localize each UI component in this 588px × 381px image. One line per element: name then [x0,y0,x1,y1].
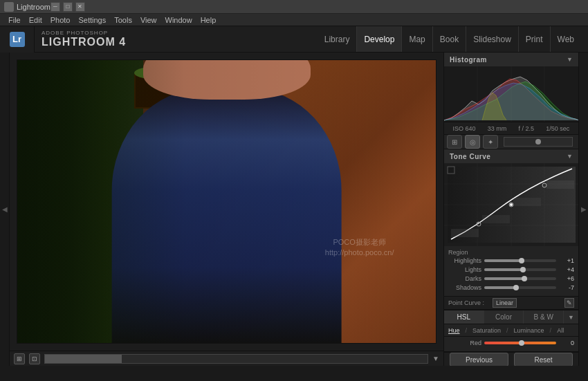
spot-removal-tool[interactable]: ◎ [465,135,480,149]
window-title: Lightroom [17,3,50,11]
left-panel-arrow[interactable]: ◀ [2,205,8,213]
histogram-collapse-icon: ▼ [567,56,573,63]
right-panel-arrow[interactable]: ▶ [581,205,587,213]
darks-label: Darks [448,275,481,282]
histogram-canvas [444,66,578,122]
shadows-dot[interactable] [513,285,519,290]
menu-view[interactable]: View [136,14,161,26]
darks-dot[interactable] [522,276,527,281]
collapse-bottom-arrow[interactable]: ▼ [432,355,439,362]
highlights-dot[interactable] [519,258,524,263]
point-curve-row: Point Curve : Linear ✎ [444,296,578,310]
highlights-row: Highlights +1 [448,257,574,264]
hsl-tab-color[interactable]: Color [484,310,524,324]
region-section: Region Highlights +1 Lights [444,246,578,296]
tone-curve-title: Tone Curve [450,153,490,160]
sec-info: 1/50 sec [546,125,569,132]
darks-fill [484,277,524,280]
hsl-tab-hsl[interactable]: HSL [444,310,484,324]
highlights-value: +1 [559,257,574,264]
bottom-buttons-bar: Previous Reset [444,352,578,366]
photo-overlay [17,60,436,343]
lights-dot[interactable] [520,267,526,272]
hsl-tab-bar: HSL Color B & W ▼ [444,310,578,324]
minimize-button[interactable]: ─ [50,2,60,12]
histogram-title: Histogram [450,56,487,64]
app-header: Lr ADOBE PHOTOSHOP LIGHTROOM 4 Library D… [0,26,588,53]
hsl-subtab-saturation[interactable]: Saturation [472,327,501,334]
menu-window[interactable]: Window [161,14,196,26]
tool-slider[interactable] [504,137,573,147]
crop-tool[interactable]: ⊞ [447,135,462,149]
menu-file[interactable]: File [4,14,25,26]
histogram-section: Histogram ▼ [444,53,578,135]
hsl-subtab-all[interactable]: All [557,327,564,334]
right-panel-strip[interactable]: ▶ [578,53,588,366]
main-area: ◀ [0,53,588,366]
photo-background [17,60,436,343]
lr-logo-area: Lr [0,26,35,53]
lights-track[interactable] [484,268,556,271]
main-nav: Library Develop Map Book Slideshow Print… [318,26,588,52]
filmstrip-grid-btn[interactable]: ⊞ [14,353,25,364]
hsl-sub-tab-bar: Hue / Saturation / Luminance / All [444,324,578,337]
right-panel: Histogram ▼ [443,53,578,366]
nav-web[interactable]: Web [550,26,581,52]
app-icon [4,2,14,12]
shadows-track[interactable] [484,286,556,289]
photo-area: POCO摄影老师 http://photo.poco.cn/ ⊞ ⊡ ▼ [10,53,443,366]
close-button[interactable]: ✕ [75,2,85,12]
hsl-tab-bw[interactable]: B & W [524,310,564,324]
menu-edit[interactable]: Edit [25,14,46,26]
maximize-button[interactable]: □ [63,2,73,12]
reset-button[interactable]: Reset [514,353,573,366]
red-hue-label: Red [448,340,481,346]
histogram-header[interactable]: Histogram ▼ [444,53,578,66]
menu-settings[interactable]: Settings [74,14,110,26]
hsl-subtab-hue[interactable]: Hue [448,327,460,334]
red-hue-dot[interactable] [519,340,524,346]
title-bar: Lightroom ─ □ ✕ [0,0,588,14]
curve-edit-button[interactable]: ✎ [564,298,574,308]
photo-container[interactable]: POCO摄影老师 http://photo.poco.cn/ [10,53,443,351]
histogram-chart [444,66,578,122]
tone-curve-header[interactable]: Tone Curve ▼ [444,149,578,163]
nav-book[interactable]: Book [432,26,466,52]
lr-badge: Lr [10,32,25,47]
darks-track[interactable] [484,277,556,280]
lights-fill [484,268,523,271]
nav-slideshow[interactable]: Slideshow [466,26,518,52]
app-title-area: ADOBE PHOTOSHOP LIGHTROOM 4 [35,30,133,48]
menu-photo[interactable]: Photo [46,14,75,26]
region-label: Region [448,249,574,256]
nav-develop[interactable]: Develop [356,26,401,52]
filmstrip-scroll-thumb[interactable] [45,355,122,363]
tone-curve-chart [444,163,578,246]
point-curve-select[interactable]: Linear [493,298,517,308]
filmstrip-view-btn[interactable]: ⊡ [29,353,40,364]
highlights-track[interactable] [484,259,556,262]
tool-slider-thumb[interactable] [535,139,541,145]
darks-value: +6 [559,275,574,282]
left-panel-strip[interactable]: ◀ [0,53,10,366]
window-controls: ─ □ ✕ [50,2,85,12]
red-hue-row: Red 0 [448,340,574,346]
menu-help[interactable]: Help [196,14,221,26]
svg-rect-17 [482,215,510,223]
previous-button[interactable]: Previous [450,353,508,366]
shadows-label: Shadows [448,284,481,291]
red-hue-track[interactable] [484,342,556,344]
tool-strip: ⊞ ◎ ✦ [444,135,578,149]
tone-curve-canvas [444,163,578,246]
menu-tools[interactable]: Tools [110,14,136,26]
filmstrip-scrollbar[interactable] [44,354,428,364]
nav-library[interactable]: Library [318,26,357,52]
nav-map[interactable]: Map [401,26,432,52]
photo-watermark: POCO摄影老师 http://photo.poco.cn/ [325,237,394,259]
nav-print[interactable]: Print [518,26,550,52]
hsl-subtab-luminance[interactable]: Luminance [514,327,544,334]
menu-bar: File Edit Photo Settings Tools View Wind… [0,14,588,26]
lights-label: Lights [448,266,481,273]
mm-info: 33 mm [488,125,507,132]
redeye-tool[interactable]: ✦ [483,135,498,149]
